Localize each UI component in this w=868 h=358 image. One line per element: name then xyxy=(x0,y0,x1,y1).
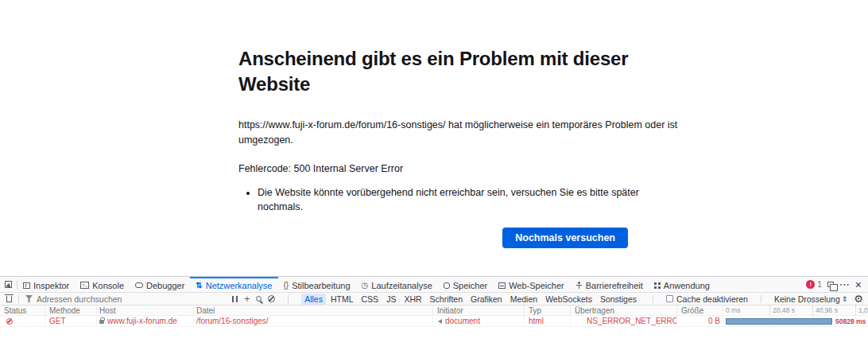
column-initiator[interactable]: Initiator xyxy=(433,305,525,315)
tab-debugger[interactable]: Debugger xyxy=(130,277,190,292)
filter-alles[interactable]: Alles xyxy=(301,294,326,305)
tab-barrierefreiheit[interactable]: Barrierefreiheit xyxy=(570,277,649,292)
inspector-icon xyxy=(23,282,30,289)
cell-host: www.fuji-x-forum.de xyxy=(97,316,194,326)
cell-initiator: document xyxy=(433,316,525,326)
tab-label: Speicher xyxy=(453,281,487,290)
waterfall-duration: 50828 ms xyxy=(835,316,866,326)
tab-stilbearbeitung[interactable]: {} Stilbearbeitung xyxy=(278,277,356,292)
tab-anwendung[interactable]: Anwendung xyxy=(649,277,715,292)
network-icon: ⇅ xyxy=(196,282,202,290)
plus-icon[interactable]: + xyxy=(244,295,250,303)
cell-size: 0 B xyxy=(677,316,723,326)
network-filter-bar: + Alles HTML CSS JS XHR Schriften Grafik… xyxy=(0,293,868,305)
tab-laufzeitanalyse[interactable]: ◷ Laufzeitanalyse xyxy=(356,277,438,292)
throttling-select[interactable]: Keine Drosselung ⇕ xyxy=(774,294,847,304)
filter-xhr[interactable]: XHR xyxy=(401,294,424,305)
throttle-caret-icon: ⇕ xyxy=(842,295,848,303)
error-hints-list: Die Website könnte vorübergehend nicht e… xyxy=(258,185,687,214)
retry-button[interactable]: Nochmals versuchen xyxy=(502,228,628,248)
tab-label: Debugger xyxy=(146,281,184,290)
error-count-badge[interactable]: ! xyxy=(806,280,815,289)
tab-label: Stilbearbeitung xyxy=(292,281,350,290)
tab-label: Web-Speicher xyxy=(509,281,564,290)
block-request-icon[interactable] xyxy=(268,295,275,302)
cell-file: /forum/16-sonstiges/ xyxy=(194,316,433,326)
waterfall-bar xyxy=(726,318,832,325)
tab-speicher[interactable]: Speicher xyxy=(438,277,493,292)
page-title: Anscheinend gibt es ein Problem mit dies… xyxy=(238,46,684,97)
network-request-row[interactable]: GET www.fuji-x-forum.de /forum/16-sonsti… xyxy=(0,316,868,327)
tab-label: Konsole xyxy=(92,281,124,290)
performance-icon: ◷ xyxy=(362,282,369,290)
error-description: https://www.fuji-x-forum.de/forum/16-son… xyxy=(238,118,684,148)
column-datei[interactable]: Datei xyxy=(194,305,433,315)
filter-html[interactable]: HTML xyxy=(327,294,357,305)
cache-disable-control[interactable]: Cache deaktivieren xyxy=(666,294,748,304)
style-editor-icon: {} xyxy=(284,282,289,290)
initiator-arrow-icon xyxy=(436,319,442,324)
timeline-tick: 1,0 xyxy=(855,305,868,315)
filterbar-separator xyxy=(653,295,653,303)
pause-icon[interactable] xyxy=(232,296,238,302)
cell-type: html xyxy=(525,316,571,326)
column-methode[interactable]: Methode xyxy=(45,305,97,315)
filter-medien[interactable]: Medien xyxy=(507,294,541,305)
column-host[interactable]: Host xyxy=(97,305,194,315)
timeline-tick: 0 ms xyxy=(723,305,740,315)
close-devtools-icon[interactable]: × xyxy=(855,280,862,290)
column-typ[interactable]: Typ xyxy=(525,305,571,315)
filterbar-separator xyxy=(18,294,19,303)
gear-icon[interactable]: ⚙ xyxy=(854,294,863,304)
error-page: Anscheinend gibt es ein Problem mit dies… xyxy=(238,46,630,248)
cell-transferred: NS_ERROR_NET_ERROR_RESPONSE xyxy=(571,316,677,326)
devtools-panel: Inspektor >_ Konsole Debugger ⇅ Netzwerk… xyxy=(0,276,868,358)
blocked-request-icon xyxy=(6,318,13,325)
filter-sonstiges[interactable]: Sonstiges xyxy=(597,294,640,305)
tab-web-speicher[interactable]: Web-Speicher xyxy=(493,277,570,292)
filter-js[interactable]: JS xyxy=(383,294,399,305)
host-text: www.fuji-x-forum.de xyxy=(107,317,177,325)
search-icon[interactable] xyxy=(256,296,262,302)
split-console-icon[interactable] xyxy=(827,282,834,287)
memory-icon xyxy=(444,282,450,289)
initiator-text: document xyxy=(445,317,480,325)
node-picker-icon xyxy=(5,281,12,288)
console-icon: >_ xyxy=(80,282,89,289)
tab-label: Anwendung xyxy=(664,281,710,290)
tab-inspektor[interactable]: Inspektor xyxy=(17,277,75,292)
cache-checkbox[interactable] xyxy=(666,295,673,302)
column-uebertragen[interactable]: Übertragen xyxy=(571,305,677,315)
filter-websockets[interactable]: WebSockets xyxy=(542,294,595,305)
more-options-icon[interactable]: ⋯ xyxy=(839,281,850,289)
request-filters: Alles HTML CSS JS XHR Schriften Grafiken… xyxy=(301,294,640,305)
column-groesse[interactable]: Größe xyxy=(677,305,723,315)
filter-css[interactable]: CSS xyxy=(358,294,382,305)
clear-requests-icon[interactable] xyxy=(6,296,12,302)
tab-netzwerkanalyse[interactable]: ⇅ Netzwerkanalyse xyxy=(190,277,277,292)
application-icon xyxy=(654,282,661,289)
lock-icon xyxy=(99,320,104,324)
retry-button-row: Nochmals versuchen xyxy=(238,228,628,248)
tab-label: Netzwerkanalyse xyxy=(206,281,273,290)
filter-schriften[interactable]: Schriften xyxy=(427,294,466,305)
filterbar-separator xyxy=(761,295,761,303)
node-picker-button[interactable] xyxy=(0,277,17,292)
search-input[interactable] xyxy=(37,294,232,304)
throttling-label: Keine Drosselung xyxy=(774,294,840,304)
error-hint: Die Website könnte vorübergehend nicht e… xyxy=(258,185,687,214)
waterfall-timeline-header[interactable]: 0 ms 20,48 s 40,96 s 1,0 xyxy=(723,305,868,315)
error-count: 1 xyxy=(817,280,822,289)
tab-konsole[interactable]: >_ Konsole xyxy=(75,277,130,292)
error-code: Fehlercode: 500 Internal Server Error xyxy=(238,163,630,174)
toolbar-right: ! 1 ⋯ × xyxy=(806,277,868,292)
tab-label: Barrierefreiheit xyxy=(586,281,643,290)
cell-method: GET xyxy=(45,316,97,326)
filterbar-separator xyxy=(288,295,289,303)
column-status[interactable]: Status xyxy=(0,305,45,315)
tab-label: Inspektor xyxy=(33,281,69,290)
cell-status xyxy=(0,316,45,326)
timeline-tick: 40,96 s xyxy=(812,305,838,315)
filter-grafiken[interactable]: Grafiken xyxy=(467,294,506,305)
timeline-tick: 20,48 s xyxy=(769,305,795,315)
